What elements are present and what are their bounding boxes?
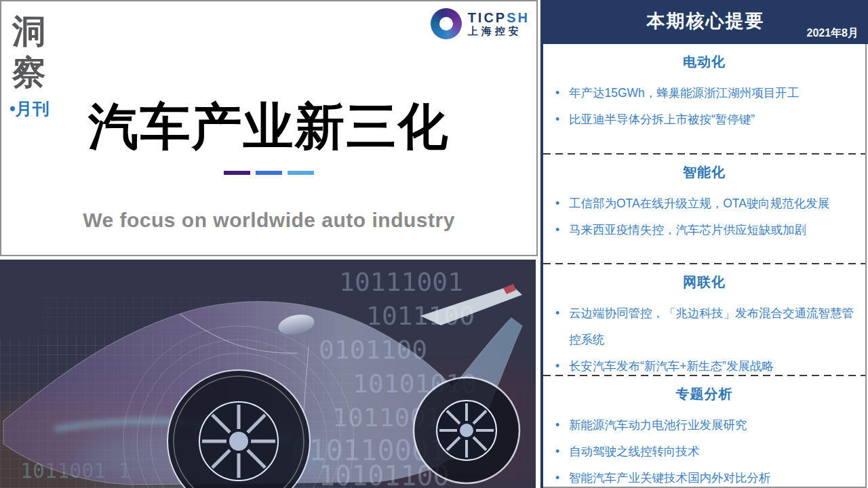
list-item: 新能源汽车动力电池行业发展研究 <box>550 412 859 439</box>
logo-acronym-primary: TICP <box>468 10 507 25</box>
section-list: 工信部为OTA在线升级立规，OTA驶向规范化发展 马来西亚疫情失控，汽车芯片供应… <box>550 190 859 243</box>
section-special-analysis: 专题分析 新能源汽车动力电池行业发展研究 自动驾驶之线控转向技术 智能汽车产业关… <box>543 376 865 487</box>
digest-content: 电动化 年产达15GWh，蜂巢能源浙江湖州项目开工 比亚迪半导体分拆上市被按“暂… <box>543 44 867 488</box>
cover-subtitle: We focus on worldwide auto industry <box>1 209 536 232</box>
list-item: 自动驾驶之线控转向技术 <box>550 439 859 465</box>
accent-dash-purple <box>224 171 250 175</box>
newsletter-cover-slide: 洞察 •月刊 TICPSH 上海控安 汽车产业新三化 We focus on w… <box>0 0 868 488</box>
section-list: 云边端协同管控，「兆边科技」发布混合交通流智慧管控系统 长安汽车发布“新汽车+新… <box>550 300 859 380</box>
swirl-logo-icon <box>431 8 462 39</box>
section-list: 新能源汽车动力电池行业发展研究 自动驾驶之线控转向技术 智能汽车产业关键技术国内… <box>550 412 859 488</box>
cover-title: 汽车产业新三化 <box>1 94 536 161</box>
list-item: 马来西亚疫情失控，汽车芯片供应短缺或加剧 <box>550 217 859 243</box>
company-logo: TICPSH 上海控安 <box>431 8 530 39</box>
digest-header: 本期核心提要 2021年8月 <box>543 0 868 44</box>
section-intelligence: 智能化 工信部为OTA在线升级立规，OTA驶向规范化发展 马来西亚疫情失控，汽车… <box>543 155 865 264</box>
logo-acronym-secondary: SH <box>507 10 530 25</box>
list-item: 智能汽车产业关键技术国内外对比分析 <box>550 465 859 488</box>
list-item: 比亚迪半导体分拆上市被按“暂停键” <box>550 106 859 133</box>
section-connectivity: 网联化 云边端协同管控，「兆边科技」发布混合交通流智慧管控系统 长安汽车发布“新… <box>543 264 865 376</box>
logo-text: TICPSH 上海控安 <box>468 11 530 37</box>
list-item: 年产达15GWh，蜂巢能源浙江湖州项目开工 <box>550 80 859 106</box>
section-heading: 专题分析 <box>550 385 859 403</box>
section-heading: 智能化 <box>550 163 859 182</box>
accent-dash-lightblue <box>288 171 314 175</box>
svg-text:10111001: 10111001 <box>339 267 463 297</box>
rear-wheel <box>414 378 519 483</box>
accent-dash-blue <box>256 171 282 175</box>
list-item: 工信部为OTA在线升级立规，OTA驶向规范化发展 <box>550 190 859 217</box>
vertical-brand-title: 洞察 <box>12 11 50 94</box>
list-item: 云边端协同管控，「兆边科技」发布混合交通流智慧管控系统 <box>550 300 859 353</box>
section-electrification: 电动化 年产达15GWh，蜂巢能源浙江湖州项目开工 比亚迪半导体分拆上市被按“暂… <box>543 44 865 155</box>
logo-chinese-name: 上海控安 <box>468 26 530 37</box>
wireframe-car-illustration: 10111001 1011100 0101100 10101010 101100… <box>0 260 536 488</box>
cover-card: 洞察 •月刊 TICPSH 上海控安 汽车产业新三化 We focus on w… <box>0 0 538 256</box>
logo-acronym: TICPSH <box>468 11 530 26</box>
section-heading: 网联化 <box>550 273 859 291</box>
section-heading: 电动化 <box>550 53 859 71</box>
digest-date: 2021年8月 <box>807 26 859 41</box>
section-list: 年产达15GWh，蜂巢能源浙江湖州项目开工 比亚迪半导体分拆上市被按“暂停键” <box>550 80 859 133</box>
accent-dashes <box>1 171 536 175</box>
